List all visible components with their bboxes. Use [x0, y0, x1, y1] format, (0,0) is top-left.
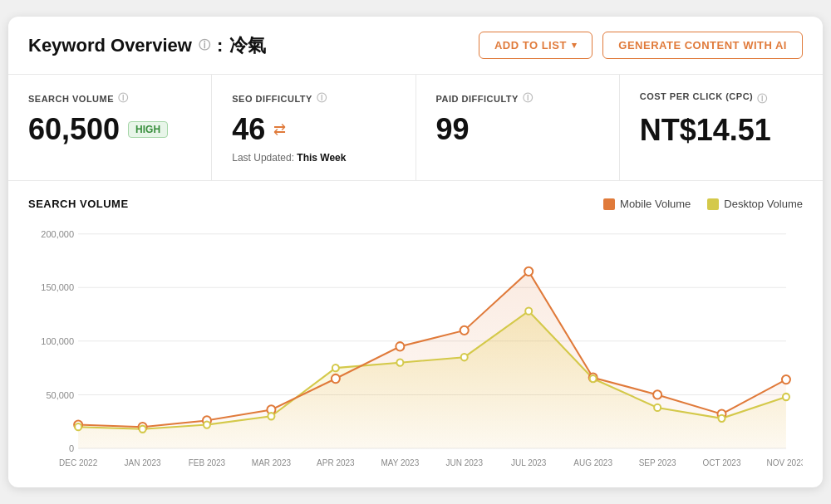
- svg-text:200,000: 200,000: [41, 229, 74, 239]
- search-volume-info-icon[interactable]: ⓘ: [118, 91, 129, 105]
- svg-text:SEP 2023: SEP 2023: [639, 458, 676, 467]
- svg-point-34: [718, 415, 725, 422]
- keyword-text: 冷氣: [229, 33, 266, 58]
- mobile-legend-item: Mobile Volume: [603, 198, 691, 210]
- svg-point-18: [460, 326, 469, 335]
- generate-content-button[interactable]: GENERATE CONTENT WITH AI: [602, 32, 803, 59]
- svg-point-27: [268, 413, 274, 419]
- svg-point-24: [75, 423, 81, 430]
- svg-text:0: 0: [69, 443, 74, 453]
- svg-text:50,000: 50,000: [46, 390, 74, 400]
- desktop-legend-item: Desktop Volume: [707, 198, 803, 210]
- main-card: Keyword Overview ⓘ : 冷氣 ADD TO LIST ▾ GE…: [8, 17, 823, 487]
- page-header: Keyword Overview ⓘ : 冷氣 ADD TO LIST ▾ GE…: [8, 17, 823, 75]
- svg-point-33: [654, 404, 661, 411]
- paid-difficulty-label: PAID DIFFICULTY ⓘ: [436, 91, 599, 105]
- mobile-legend-dot: [603, 198, 615, 210]
- svg-text:JUN 2023: JUN 2023: [445, 458, 483, 467]
- svg-text:FEB 2023: FEB 2023: [189, 458, 226, 467]
- chart-legend: Mobile Volume Desktop Volume: [603, 198, 803, 210]
- svg-text:AUG 2023: AUG 2023: [573, 458, 612, 467]
- chart-section: SEARCH VOLUME Mobile Volume Desktop Volu…: [8, 181, 823, 487]
- chart-title: SEARCH VOLUME: [28, 198, 129, 210]
- svg-text:APR 2023: APR 2023: [317, 458, 355, 467]
- svg-point-17: [396, 342, 404, 350]
- last-updated: Last Updated: This Week: [232, 152, 395, 164]
- svg-point-19: [524, 267, 533, 276]
- title-text: Keyword Overview: [28, 35, 192, 56]
- svg-text:JUL 2023: JUL 2023: [511, 458, 547, 467]
- title-info-icon[interactable]: ⓘ: [199, 38, 210, 53]
- paid-difficulty-card: PAID DIFFICULTY ⓘ 99: [416, 75, 620, 180]
- cpc-label: COST PER CLICK (CPC) ⓘ: [640, 91, 803, 106]
- seo-difficulty-info-icon[interactable]: ⓘ: [317, 91, 327, 105]
- seo-value-row: 46 ⇄: [232, 112, 395, 147]
- svg-point-23: [782, 375, 790, 384]
- search-volume-label: SEARCH VOLUME ⓘ: [28, 91, 191, 105]
- svg-text:MAR 2023: MAR 2023: [252, 458, 292, 467]
- svg-point-31: [525, 308, 532, 315]
- svg-point-26: [204, 421, 210, 428]
- svg-point-32: [590, 375, 597, 382]
- metrics-row: SEARCH VOLUME ⓘ 60,500 HIGH SEO DIFFICUL…: [8, 75, 823, 181]
- desktop-legend-dot: [707, 198, 719, 210]
- svg-point-30: [461, 354, 468, 360]
- chevron-down-icon: ▾: [572, 40, 578, 51]
- svg-text:MAY 2023: MAY 2023: [381, 458, 419, 467]
- svg-point-21: [653, 390, 661, 399]
- svg-point-16: [332, 374, 340, 383]
- svg-point-29: [396, 360, 403, 366]
- high-badge: HIGH: [128, 121, 168, 138]
- search-volume-value: 60,500 HIGH: [28, 112, 191, 147]
- svg-text:100,000: 100,000: [41, 336, 74, 346]
- title-separator: :: [217, 35, 223, 56]
- add-to-list-button[interactable]: ADD TO LIST ▾: [479, 32, 593, 59]
- svg-text:DEC 2022: DEC 2022: [59, 458, 97, 467]
- desktop-legend-label: Desktop Volume: [724, 198, 803, 210]
- page-title: Keyword Overview ⓘ : 冷氣: [28, 33, 266, 58]
- paid-difficulty-info-icon[interactable]: ⓘ: [523, 91, 534, 105]
- chart-svg: 200,000 150,000 100,000 50,000 0: [28, 217, 803, 474]
- cpc-card: COST PER CLICK (CPC) ⓘ NT$14.51: [620, 75, 823, 180]
- search-volume-card: SEARCH VOLUME ⓘ 60,500 HIGH: [8, 75, 212, 180]
- cpc-info-icon[interactable]: ⓘ: [757, 92, 768, 106]
- svg-point-25: [140, 426, 146, 433]
- mobile-legend-label: Mobile Volume: [620, 198, 691, 210]
- header-actions: ADD TO LIST ▾ GENERATE CONTENT WITH AI: [479, 32, 803, 59]
- chart-header: SEARCH VOLUME Mobile Volume Desktop Volu…: [28, 198, 803, 210]
- seo-difficulty-value: 46: [232, 112, 265, 147]
- chart-container: 200,000 150,000 100,000 50,000 0: [28, 217, 803, 474]
- svg-text:150,000: 150,000: [41, 282, 74, 292]
- svg-text:OCT 2023: OCT 2023: [703, 458, 741, 467]
- refresh-icon[interactable]: ⇄: [273, 120, 286, 139]
- svg-point-35: [783, 394, 789, 400]
- svg-point-28: [332, 365, 339, 371]
- seo-difficulty-card: SEO DIFFICULTY ⓘ 46 ⇄ Last Updated: This…: [212, 75, 416, 180]
- seo-difficulty-label: SEO DIFFICULTY ⓘ: [232, 91, 395, 105]
- cpc-value: NT$14.51: [640, 113, 803, 148]
- svg-text:JAN 2023: JAN 2023: [125, 458, 161, 467]
- svg-text:NOV 2023: NOV 2023: [767, 458, 803, 467]
- paid-difficulty-value: 99: [436, 112, 599, 147]
